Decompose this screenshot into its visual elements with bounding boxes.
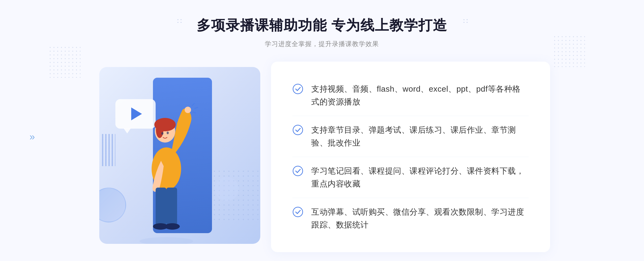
svg-point-15	[293, 84, 303, 94]
arrow-chevrons-decoration: »	[30, 131, 35, 143]
page-container: ∷ ∷ » 多项录播课辅助功能 专为线上教学打造 学习进度全掌握，提升录播课教学…	[0, 0, 644, 261]
svg-line-14	[193, 112, 196, 113]
svg-point-9	[165, 223, 180, 230]
svg-point-16	[293, 125, 303, 135]
svg-point-5	[167, 132, 169, 134]
page-title: 多项录播课辅助功能 专为线上教学打造	[197, 16, 447, 35]
illustration-background	[99, 67, 260, 244]
svg-point-3	[156, 122, 163, 138]
svg-point-18	[293, 207, 303, 217]
feature-text-4: 互动弹幕、试听购买、微信分享、观看次数限制、学习进度跟踪、数据统计	[311, 206, 529, 231]
illustration-wrapper	[94, 62, 276, 255]
svg-point-11	[185, 107, 191, 113]
circle-decoration-2	[215, 177, 239, 201]
page-header: 多项录播课辅助功能 专为线上教学打造 学习进度全掌握，提升录播课教学效果	[197, 16, 447, 48]
svg-point-10	[140, 237, 193, 244]
feature-text-3: 学习笔记回看、课程提问、课程评论打分、课件资料下载，重点内容收藏	[311, 165, 529, 190]
feature-item-3: 学习笔记回看、课程提问、课程评论打分、课件资料下载，重点内容收藏	[292, 157, 529, 198]
check-icon-1	[292, 84, 303, 94]
svg-point-4	[161, 132, 163, 135]
svg-line-12	[192, 103, 195, 106]
check-icon-3	[292, 166, 303, 176]
dots-decoration-left	[48, 46, 80, 78]
feature-item-2: 支持章节目录、弹题考试、课后练习、课后作业、章节测验、批改作业	[292, 116, 529, 157]
feature-text-2: 支持章节目录、弹题考试、课后练习、课后作业、章节测验、批改作业	[311, 124, 529, 149]
chevron-right-decoration: ∷	[463, 17, 467, 25]
feature-text-1: 支持视频、音频、flash、word、excel、ppt、pdf等各种格式的资源…	[311, 83, 529, 108]
svg-rect-7	[166, 188, 177, 225]
features-panel: 支持视频、音频、flash、word、excel、ppt、pdf等各种格式的资源…	[271, 62, 550, 252]
feature-item-1: 支持视频、音频、flash、word、excel、ppt、pdf等各种格式的资源…	[292, 75, 529, 116]
stripes-decoration	[102, 134, 115, 166]
person-illustration	[121, 83, 212, 244]
feature-item-4: 互动弹幕、试听购买、微信分享、观看次数限制、学习进度跟踪、数据统计	[292, 198, 529, 239]
page-subtitle: 学习进度全掌握，提升录播课教学效果	[197, 40, 447, 48]
check-icon-4	[292, 207, 303, 217]
check-icon-2	[292, 125, 303, 135]
svg-point-17	[293, 166, 303, 176]
chevron-left-decoration: ∷	[177, 17, 181, 25]
main-content: 支持视频、音频、flash、word、excel、ppt、pdf等各种格式的资源…	[94, 62, 550, 255]
dots-decoration-right	[553, 35, 585, 67]
svg-rect-6	[156, 188, 166, 225]
svg-line-13	[195, 107, 198, 109]
